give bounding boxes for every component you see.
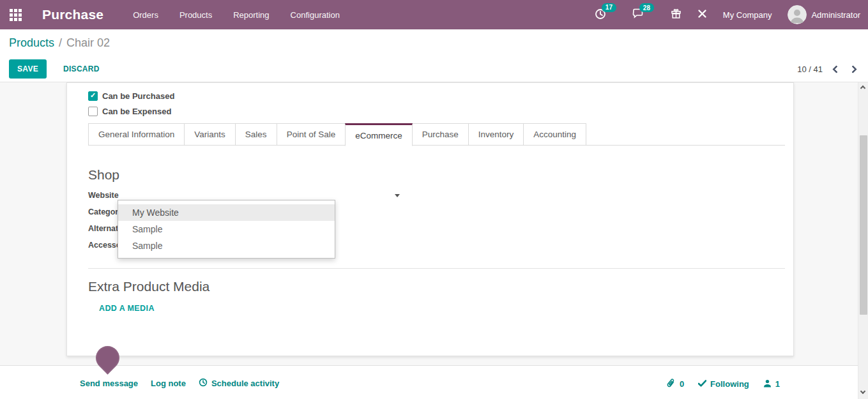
can-be-expensed-row[interactable]: Can be Expensed [88, 103, 793, 119]
developer-tools-button[interactable] [697, 9, 707, 20]
schedule-activity-label: Schedule activity [211, 379, 279, 388]
website-field-label[interactable]: Website [88, 191, 184, 200]
tab-inventory[interactable]: Inventory [468, 123, 524, 146]
shop-section-title: Shop [88, 167, 793, 183]
dropdown-option-sample-1[interactable]: Sample [118, 221, 335, 237]
chatter-status: 0 Following 1 [666, 378, 780, 390]
tab-variants[interactable]: Variants [184, 123, 236, 146]
tab-purchase[interactable]: Purchase [412, 123, 469, 146]
tab-general-information[interactable]: General Information [88, 123, 185, 146]
schedule-activity-button[interactable]: Schedule activity [199, 378, 279, 389]
menu-products[interactable]: Products [179, 10, 212, 20]
messages-count-badge: 28 [639, 3, 654, 12]
attachments-button[interactable]: 0 [666, 378, 684, 390]
breadcrumb: Products / Chair 02 [0, 29, 868, 56]
form-view-background: Can be Purchased Can be Expensed General… [0, 82, 868, 365]
menu-reporting[interactable]: Reporting [233, 10, 269, 20]
messages-button[interactable]: 28 [632, 8, 644, 21]
website-dropdown-menu: My Website Sample Sample [118, 200, 335, 259]
pager-next-icon[interactable] [849, 65, 857, 73]
app-title[interactable]: Purchase [42, 7, 103, 22]
discard-button[interactable]: DISCARD [57, 59, 106, 79]
followers-count: 1 [775, 379, 780, 389]
can-be-expensed-label: Can be Expensed [102, 107, 171, 116]
dropdown-option-sample-2[interactable]: Sample [118, 237, 335, 254]
clock-icon [199, 378, 208, 389]
scroll-down-icon[interactable] [861, 389, 865, 394]
breadcrumb-current: Chair 02 [66, 36, 110, 50]
activities-button[interactable]: 17 [595, 8, 606, 22]
tab-accounting[interactable]: Accounting [523, 123, 586, 146]
user-name: Administrator [811, 10, 860, 20]
can-be-purchased-row[interactable]: Can be Purchased [88, 88, 793, 103]
scroll-up-icon[interactable] [861, 86, 865, 91]
company-switcher[interactable]: My Company [723, 10, 772, 20]
notebook-tabs: General Information Variants Sales Point… [88, 123, 785, 146]
main-menu: Orders Products Reporting Configuration [133, 10, 340, 20]
control-panel: SAVE DISCARD 10 / 41 [0, 56, 868, 82]
scrollbar-thumb[interactable] [860, 135, 867, 315]
tab-point-of-sale[interactable]: Point of Sale [277, 123, 346, 146]
activities-count-badge: 17 [602, 3, 616, 12]
person-icon [763, 379, 772, 389]
check-icon [698, 379, 706, 389]
pager-previous-icon[interactable] [832, 65, 841, 73]
breadcrumb-parent-link[interactable]: Products [9, 36, 54, 50]
pager-counter: 10 / 41 [797, 64, 823, 74]
can-be-expensed-checkbox[interactable] [88, 107, 98, 116]
gift-icon [671, 8, 681, 21]
can-be-purchased-label: Can be Purchased [102, 91, 174, 101]
paperclip-icon [666, 378, 676, 390]
followers-button[interactable]: 1 [763, 379, 780, 389]
chatter-actions: Send message Log note Schedule activity [80, 378, 279, 389]
tab-ecommerce[interactable]: eCommerce [345, 123, 413, 146]
menu-configuration[interactable]: Configuration [291, 10, 340, 20]
tab-sales[interactable]: Sales [235, 123, 277, 146]
add-a-media-button[interactable]: ADD A MEDIA [99, 304, 155, 313]
top-navbar: Purchase Orders Products Reporting Confi… [0, 0, 868, 29]
avatar [788, 5, 807, 24]
dropdown-option-my-website[interactable]: My Website [118, 204, 335, 221]
record-pager: 10 / 41 [797, 64, 856, 74]
chatter-bar: Send message Log note Schedule activity … [0, 365, 868, 399]
following-button[interactable]: Following [698, 379, 749, 389]
attachments-count: 0 [680, 379, 684, 389]
chevron-down-icon [395, 194, 400, 197]
vertical-scrollbar[interactable] [858, 82, 868, 399]
apps-menu-button[interactable] [0, 0, 31, 29]
log-note-button[interactable]: Log note [151, 379, 186, 388]
send-message-button[interactable]: Send message [80, 379, 138, 388]
following-label: Following [710, 379, 749, 389]
breadcrumb-separator: / [54, 36, 66, 50]
crossed-tools-icon [697, 9, 707, 20]
save-button[interactable]: SAVE [9, 59, 47, 79]
apps-grid-icon [10, 9, 22, 21]
can-be-purchased-checkbox[interactable] [88, 91, 98, 101]
topbar-right: 17 28 My Company Administrator [595, 5, 868, 24]
section-separator [88, 268, 785, 269]
extra-media-section-title: Extra Product Media [88, 278, 793, 295]
gift-button[interactable] [671, 8, 681, 21]
user-menu[interactable]: Administrator [788, 5, 860, 24]
menu-orders[interactable]: Orders [133, 10, 158, 20]
